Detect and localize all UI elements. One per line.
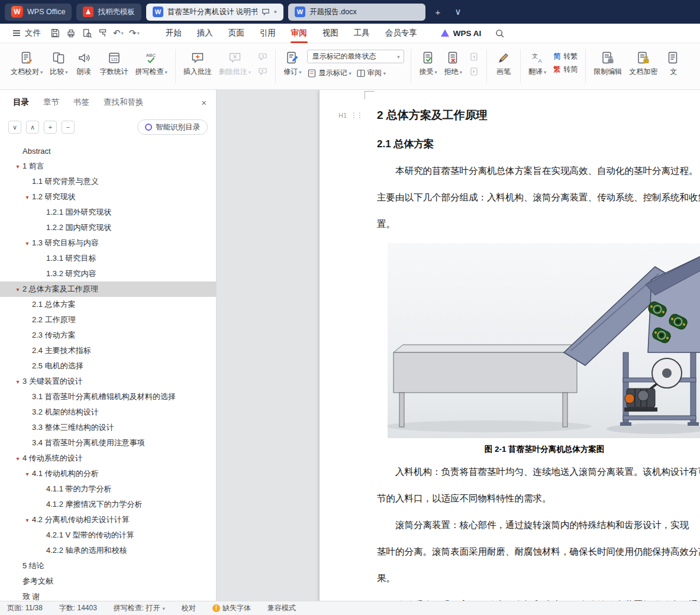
review-pane-button[interactable]: 审阅 ▾: [356, 66, 386, 80]
doc-text-line[interactable]: 2.1 总体方案: [377, 136, 700, 153]
menu-tab[interactable]: 审阅: [283, 24, 315, 43]
toc-item[interactable]: ▾ 1.2 研究现状: [0, 189, 216, 205]
doc-text-line[interactable]: 2 总体方案及工作原理: [377, 106, 700, 124]
insert-comment-button[interactable]: 插入批注: [180, 48, 215, 80]
status-missing-font[interactable]: ! 缺失字体: [212, 603, 251, 613]
doc-text-line[interactable]: 传动系统：采用高效、稳定的电机和减速器，为滚筒分离装置提供动力。通过: [377, 591, 700, 601]
toc-expand-caret-icon[interactable]: ▾: [22, 517, 32, 523]
doc-text-line[interactable]: 本研究的苜蓿茎叶分离机总体方案旨在实现高效、自动化的茎叶分离过程。: [377, 157, 700, 184]
next-comment-button[interactable]: [256, 65, 269, 78]
sidebar-tab[interactable]: 目录: [13, 97, 29, 108]
toc-item[interactable]: ▾ 参考文献: [0, 574, 216, 589]
tab-wps-office[interactable]: W WPS Office: [5, 4, 72, 21]
doc-text-line[interactable]: 置。: [377, 211, 700, 237]
menu-tab[interactable]: 引用: [252, 24, 283, 43]
toc-item[interactable]: ▾ 2.5 电机的选择: [0, 358, 216, 374]
menu-tab[interactable]: 页面: [221, 24, 252, 43]
wps-ai-button[interactable]: WPS AI: [440, 28, 482, 38]
word-count-button[interactable]: 123 字数统计: [96, 48, 132, 80]
toc-item[interactable]: ▾ 4.2.1 V 型带的传动的计算: [0, 527, 216, 543]
menu-tab[interactable]: 会员专享: [378, 24, 425, 43]
status-spellcheck[interactable]: 拼写检查: 打开 ▾: [114, 603, 165, 613]
toc-item[interactable]: ▾ 3.1 苜蓿茎叶分离机槽辊机构及材料的选择: [0, 389, 216, 404]
toc-item[interactable]: ▾ 3.2 机架的结构设计: [0, 404, 216, 420]
read-aloud-button[interactable]: 朗读: [72, 48, 96, 80]
markup-state-select[interactable]: 显示标记的最终状态 ▾: [307, 50, 404, 63]
toc-collapse-all-button[interactable]: −: [62, 121, 75, 134]
toc-expand-caret-icon[interactable]: ▾: [22, 471, 32, 477]
toc-item[interactable]: ▾ 4.1 传动机构的分析: [0, 466, 216, 481]
status-compat-mode[interactable]: 兼容模式: [267, 603, 296, 613]
toc-item[interactable]: ▾ 3.4 苜蓿茎叶分离机使用注意事项: [0, 435, 216, 451]
toc-item[interactable]: ▾ Abstract: [0, 143, 216, 158]
doc-text-line[interactable]: 主要由以下几个部分组成：入料机构、滚筒分离装置、传动系统、控制系统和收集装: [377, 184, 700, 211]
toc-previous-heading-button[interactable]: ∨: [8, 121, 21, 134]
doc-text-line[interactable]: 滚筒分离装置：核心部件，通过旋转滚筒内的特殊结构和齿形设计，实现: [377, 512, 700, 538]
toc-expand-all-button[interactable]: +: [44, 121, 57, 134]
toc-item[interactable]: ▾ 1.1 研究背景与意义: [0, 174, 216, 189]
redo-button[interactable]: ↷: [129, 28, 137, 38]
toc-item[interactable]: ▾ 4.2 分离机传动相关设计计算: [0, 512, 216, 527]
translate-button[interactable]: 文A 翻译▾: [525, 48, 550, 80]
document-proofread-button[interactable]: 文档校对▾: [7, 48, 46, 80]
toc-item[interactable]: ▾ 4.1.1 带的力学分析: [0, 481, 216, 497]
more-button-clipped[interactable]: 文: [661, 48, 686, 80]
toc-expand-caret-icon[interactable]: ▾: [22, 194, 32, 200]
undo-dropdown-icon[interactable]: ▾: [121, 30, 124, 36]
menu-tab[interactable]: 视图: [315, 24, 346, 43]
figure-caption[interactable]: 图 2-1 苜蓿茎叶分离机总体方案图: [388, 441, 700, 458]
next-change-button[interactable]: [467, 65, 480, 78]
doc-text-line[interactable]: 茎叶的分离。滚筒表面采用耐磨、耐腐蚀材料，确保长时间使用仍能保持高效分离效: [377, 538, 700, 565]
toc-item[interactable]: ▾ 1.3.1 研究目标: [0, 251, 216, 266]
toc-expand-caret-icon[interactable]: ▾: [13, 378, 22, 385]
toc-item[interactable]: ▾ 3 关键装置的设计: [0, 374, 216, 389]
print-preview-button[interactable]: [79, 26, 95, 41]
tab-document-active[interactable]: W 苜蓿茎叶分离机设计 说明书 •: [146, 4, 283, 21]
toc-expand-caret-icon[interactable]: ▾: [13, 455, 22, 462]
status-word-count[interactable]: 字数: 14403: [59, 603, 97, 613]
redo-dropdown-icon[interactable]: ▾: [137, 30, 139, 36]
toc-item[interactable]: ▾ 致 谢: [0, 589, 216, 601]
delete-comment-button[interactable]: 删除批注▾: [215, 48, 254, 80]
tab-list-chevron-icon[interactable]: ∨: [450, 4, 466, 20]
tab-docer-templates[interactable]: 找稻壳模板: [76, 4, 141, 21]
new-tab-button[interactable]: +: [430, 4, 446, 20]
doc-text-line[interactable]: 果。: [377, 565, 700, 591]
document-page[interactable]: H1 ⋮⋮ 2 总体方案及工作原理 2.1 总体方案 本研究的苜蓿茎叶分离机总体…: [320, 90, 700, 601]
sidebar-tab[interactable]: 书签: [73, 97, 89, 108]
toc-item[interactable]: ▾ 2 总体方案及工作原理: [0, 281, 216, 297]
previous-comment-button[interactable]: [256, 50, 269, 63]
toc-expand-caret-icon[interactable]: ▾: [22, 240, 32, 247]
previous-change-button[interactable]: [467, 50, 480, 63]
encrypt-document-button[interactable]: 文档加密: [625, 48, 661, 80]
status-page-indicator[interactable]: 页面: 11/38: [7, 603, 43, 613]
toc-item[interactable]: ▾ 1.3 研究目标与内容: [0, 235, 216, 251]
print-button[interactable]: [63, 26, 79, 41]
status-proofread[interactable]: 校对: [182, 603, 196, 613]
toc-item[interactable]: ▾ 4.1.2 摩擦情况下的力学分析: [0, 497, 216, 512]
machine-figure[interactable]: [388, 243, 700, 438]
toc-item[interactable]: ▾ 2.1 总体方案: [0, 297, 216, 312]
toc-item[interactable]: ▾ 2.2 工作原理: [0, 312, 216, 328]
reject-changes-button[interactable]: 拒绝▾: [441, 48, 466, 80]
toc-expand-caret-icon[interactable]: ▾: [13, 286, 22, 293]
traditional-to-simplified-button[interactable]: 繁 转简: [553, 64, 578, 75]
toc-item[interactable]: ▾ 1.2.1 国外研究现状: [0, 205, 216, 220]
sidebar-tab[interactable]: 章节: [43, 97, 59, 108]
simplified-to-traditional-button[interactable]: 简 转繁: [553, 51, 578, 62]
toc-item[interactable]: ▾ 3.3 整体三维结构的设计: [0, 420, 216, 435]
close-sidebar-icon[interactable]: ×: [201, 98, 207, 108]
toc-expand-caret-icon[interactable]: ▾: [13, 163, 22, 170]
sidebar-tab[interactable]: 查找和替换: [104, 97, 144, 108]
smart-toc-recognition-button[interactable]: 智能识别目录: [137, 119, 208, 135]
compare-button[interactable]: 比较▾: [46, 48, 71, 80]
toc-item[interactable]: ▾ 2.3 传动方案: [0, 328, 216, 343]
toc-item[interactable]: ▾ 4 传动系统的设计: [0, 451, 216, 466]
toc-item[interactable]: ▾ 1 前言: [0, 158, 216, 174]
menu-tab[interactable]: 开始: [158, 24, 189, 43]
toc-item[interactable]: ▾ 1.3.2 研究内容: [0, 266, 216, 281]
toc-item[interactable]: ▾ 4.2.2 轴承的选用和校核: [0, 543, 216, 558]
restrict-editing-button[interactable]: 限制编辑: [590, 48, 625, 80]
track-changes-button[interactable]: 修订▾: [280, 48, 305, 80]
toc-item[interactable]: ▾ 2.4 主要技术指标: [0, 343, 216, 358]
